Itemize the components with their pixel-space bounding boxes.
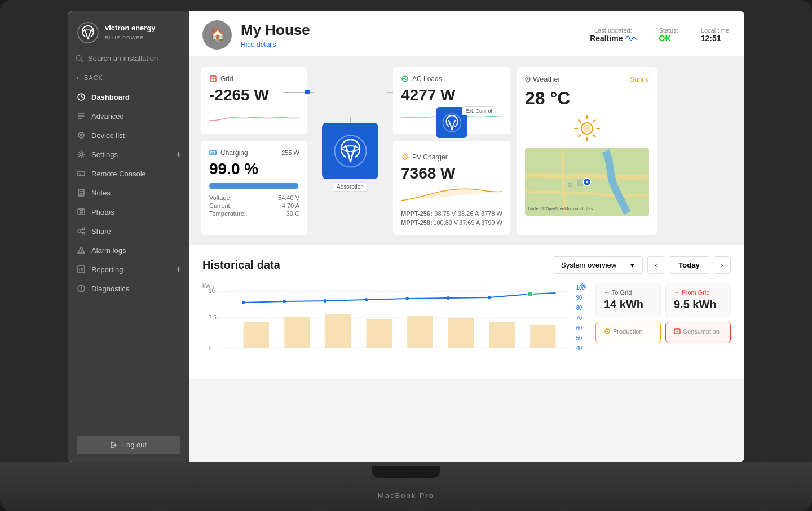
status-value: OK (659, 34, 678, 43)
sidebar-item-remote-console[interactable]: Remote Console (68, 164, 189, 183)
next-period-button[interactable]: › (714, 256, 731, 274)
back-arrow-icon: ‹ (77, 74, 80, 82)
ext-control-badge: Ext. Control (462, 106, 495, 115)
sidebar-item-notes[interactable]: Notes (68, 183, 189, 202)
diagnostics-icon (77, 284, 86, 293)
last-updated-meta: Last updated: Realtime (590, 27, 636, 43)
chart-y-label: kWh (202, 283, 214, 289)
battery-temperature-row: Temperature: 30 C (209, 210, 299, 217)
battery-current-row: Current: 4.70 A (209, 202, 299, 210)
sidebar-item-reporting[interactable]: Reporting + (68, 260, 189, 279)
production-icon (604, 328, 611, 335)
prev-period-button[interactable]: ‹ (647, 256, 664, 274)
inverter-box-wrapper: Absorption (322, 123, 378, 179)
svg-rect-58 (244, 322, 269, 348)
sidebar-logout: Log out (68, 428, 189, 462)
system-overview-dropdown[interactable]: System overview ▾ (553, 256, 643, 274)
back-button[interactable]: ‹ BACK (68, 70, 189, 87)
sidebar-item-label-dashboard: Dashboard (91, 93, 130, 101)
inverter-label: Absorption (333, 182, 368, 192)
from-grid-value: 9.5 kWh (674, 298, 722, 311)
weather-temperature: 28 °C (525, 88, 649, 109)
sidebar-item-share[interactable]: Share (68, 221, 189, 241)
svg-line-28 (594, 120, 596, 122)
svg-text:90: 90 (576, 295, 582, 301)
sidebar-item-label-device-list: Device list (91, 131, 125, 140)
logout-icon (110, 441, 118, 449)
laptop-brand: MacBook Pro (378, 491, 434, 500)
reporting-plus-icon[interactable]: + (176, 264, 181, 274)
realtime-wave-icon (625, 35, 637, 42)
svg-rect-38 (211, 152, 215, 154)
svg-rect-7 (78, 171, 85, 176)
to-grid-card: ← To Grid 14 kWh (595, 283, 661, 317)
today-button[interactable]: Today (669, 256, 709, 274)
svg-text:7.5: 7.5 (209, 314, 217, 321)
main-header: 🏠 My House Hide details Last updated: Re… (189, 11, 744, 57)
page-title: My House (241, 21, 310, 39)
svg-point-68 (324, 299, 326, 303)
dashboard-widgets: Grid -2265 W (189, 57, 744, 245)
svg-point-73 (528, 291, 533, 297)
svg-point-34 (586, 181, 588, 183)
battery-voltage-row: Voltage: 54.40 V (209, 194, 299, 202)
svg-point-75 (607, 331, 608, 332)
logout-button[interactable]: Log out (77, 436, 180, 454)
svg-line-27 (594, 135, 596, 137)
share-icon (77, 226, 86, 235)
svg-point-71 (447, 296, 449, 300)
sidebar-logo: victron energy BLUE POWER (68, 11, 189, 51)
svg-text:5: 5 (209, 345, 212, 352)
historical-header: Historical data System overview ▾ ‹ Toda… (202, 256, 731, 274)
svg-rect-62 (407, 316, 433, 348)
search-installation[interactable]: Search an installation (68, 51, 189, 70)
ac-loads-label: AC Loads (401, 75, 502, 83)
pv-details: MPPT-256: 98.75 V 38.26 A 3778 W MPPT-25… (401, 209, 502, 227)
battery-bar-outer (209, 183, 299, 189)
hide-details-link[interactable]: Hide details (241, 41, 276, 48)
svg-point-70 (405, 297, 408, 300)
battery-details: Voltage: 54.40 V Current: 4.70 A Tempera… (209, 194, 299, 217)
local-time-meta: Local time: 12:51 (701, 27, 731, 43)
settings-plus-icon[interactable]: + (176, 149, 181, 159)
victron-logo-icon (77, 21, 99, 44)
device-list-icon (77, 131, 86, 140)
svg-rect-32 (568, 183, 572, 187)
sidebar-item-photos[interactable]: Photos (68, 202, 189, 221)
pv-mppt1-row: MPPT-256: 98.75 V 38.26 A 3778 W (401, 209, 502, 218)
svg-line-29 (579, 135, 581, 137)
local-time-value: 12:51 (701, 34, 731, 43)
historical-title: Historical data (202, 259, 280, 272)
header-left: 🏠 My House Hide details (202, 20, 310, 50)
ac-loads-icon (401, 75, 409, 83)
stats-row-1: ← To Grid 14 kWh → From Grid 9.5 kWh (595, 283, 731, 317)
sidebar-item-alarm-logs[interactable]: Alarm logs (68, 241, 189, 260)
sidebar-item-advanced[interactable]: Advanced (68, 106, 189, 126)
settings-icon (77, 150, 86, 159)
location-icon (525, 76, 531, 83)
sun-display (525, 114, 649, 143)
sidebar-item-device-list[interactable]: Device list (68, 126, 189, 145)
svg-line-43 (407, 154, 408, 155)
sidebar-item-label-alarm-logs: Alarm logs (91, 246, 126, 255)
sidebar-item-label-reporting: Reporting (91, 265, 123, 274)
sidebar-item-diagnostics[interactable]: Diagnostics (68, 279, 189, 298)
logo-text: victron energy BLUE POWER (105, 24, 156, 42)
alarm-logs-icon (77, 246, 86, 255)
svg-point-10 (80, 210, 83, 213)
laptop-notch (372, 466, 440, 478)
sidebar-item-settings[interactable]: Settings + (68, 145, 189, 164)
svg-point-21 (583, 125, 591, 132)
svg-text:60: 60 (576, 325, 582, 332)
grid-icon (209, 75, 217, 83)
sidebar-item-label-advanced: Advanced (91, 112, 124, 121)
svg-point-4 (81, 135, 82, 136)
sun-icon (573, 114, 601, 143)
svg-point-19 (527, 78, 529, 79)
consumption-card: Consumption (665, 322, 731, 343)
svg-rect-65 (530, 325, 555, 348)
historical-controls: System overview ▾ ‹ Today › (553, 256, 731, 274)
sidebar-item-dashboard[interactable]: Dashboard (68, 87, 189, 106)
sidebar-item-label-settings: Settings (91, 150, 118, 159)
laptop-bottom (0, 462, 812, 511)
